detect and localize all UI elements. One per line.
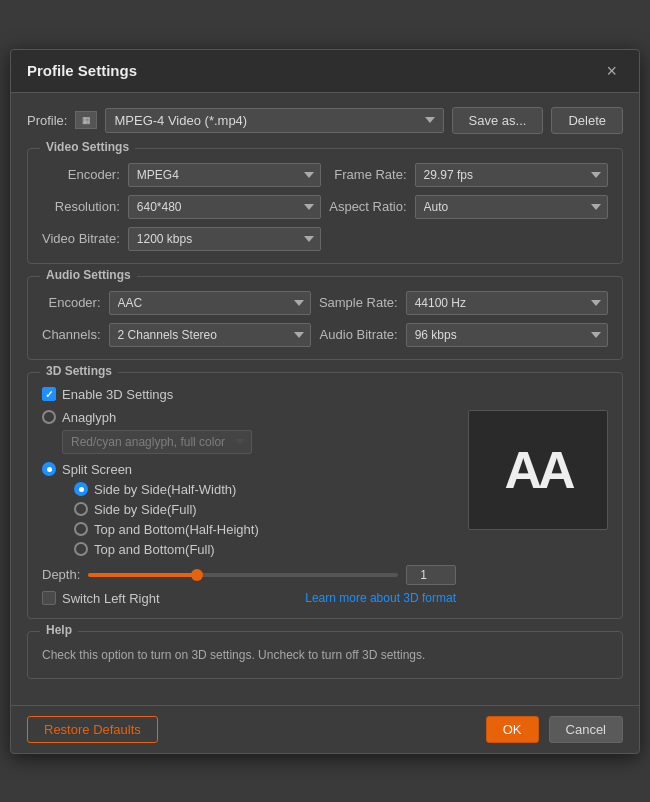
top-bottom-half-row: Top and Bottom(Half-Height) [74, 522, 456, 537]
aspect-ratio-select[interactable]: Auto [415, 195, 608, 219]
dialog-footer: Restore Defaults OK Cancel [11, 705, 639, 753]
depth-slider[interactable] [88, 573, 398, 577]
top-bottom-full-radio[interactable] [74, 542, 88, 556]
anaglyph-row: Anaglyph [42, 410, 456, 425]
help-text: Check this option to turn on 3D settings… [42, 646, 608, 664]
split-screen-row: Split Screen [42, 462, 456, 477]
profile-icon: ▦ [75, 111, 97, 129]
video-settings-title: Video Settings [40, 140, 135, 154]
video-settings-section: Video Settings Encoder: MPEG4 Frame Rate… [27, 148, 623, 264]
preview-text: AA [504, 440, 571, 500]
ok-button[interactable]: OK [486, 716, 539, 743]
top-bottom-full-label: Top and Bottom(Full) [94, 542, 215, 557]
profile-settings-dialog: Profile Settings × Profile: ▦ MPEG-4 Vid… [10, 49, 640, 754]
side-by-side-half-label: Side by Side(Half-Width) [94, 482, 236, 497]
switch-row: Switch Left Right Learn more about 3D fo… [42, 591, 456, 606]
depth-label: Depth: [42, 567, 80, 582]
3d-content: Anaglyph Red/cyan anaglyph, full color S… [42, 410, 608, 606]
side-by-side-half-radio[interactable] [74, 482, 88, 496]
3d-preview: AA [468, 410, 608, 530]
slider-thumb [191, 569, 203, 581]
switch-left-right-checkbox[interactable] [42, 591, 56, 605]
dialog-body: Profile: ▦ MPEG-4 Video (*.mp4) Save as.… [11, 93, 639, 705]
video-bitrate-select[interactable]: 1200 kbps [128, 227, 321, 251]
depth-input[interactable] [406, 565, 456, 585]
top-bottom-half-radio[interactable] [74, 522, 88, 536]
side-by-side-full-radio[interactable] [74, 502, 88, 516]
frame-rate-label: Frame Rate: [329, 167, 406, 182]
delete-button[interactable]: Delete [551, 107, 623, 134]
footer-right: OK Cancel [486, 716, 623, 743]
channels-label: Channels: [42, 327, 101, 342]
top-bottom-half-label: Top and Bottom(Half-Height) [94, 522, 259, 537]
side-by-side-full-row: Side by Side(Full) [74, 502, 456, 517]
close-button[interactable]: × [600, 60, 623, 82]
help-title: Help [40, 623, 78, 637]
3d-settings-section: 3D Settings Enable 3D Settings Anaglyph … [27, 372, 623, 619]
video-bitrate-label: Video Bitrate: [42, 231, 120, 246]
profile-row: Profile: ▦ MPEG-4 Video (*.mp4) Save as.… [27, 107, 623, 134]
3d-sub-options: Side by Side(Half-Width) Side by Side(Fu… [74, 482, 456, 557]
profile-select[interactable]: MPEG-4 Video (*.mp4) [105, 108, 443, 133]
dialog-title: Profile Settings [27, 62, 137, 79]
audio-bitrate-select[interactable]: 96 kbps [406, 323, 608, 347]
anaglyph-select: Red/cyan anaglyph, full color [62, 430, 252, 454]
encoder-label: Encoder: [42, 167, 120, 182]
audio-settings-grid: Encoder: AAC Sample Rate: 44100 Hz Chann… [42, 291, 608, 347]
split-screen-radio[interactable] [42, 462, 56, 476]
learn-more-link[interactable]: Learn more about 3D format [305, 591, 456, 605]
side-by-side-full-label: Side by Side(Full) [94, 502, 197, 517]
sample-rate-select[interactable]: 44100 Hz [406, 291, 608, 315]
3d-settings-title: 3D Settings [40, 364, 118, 378]
anaglyph-radio[interactable] [42, 410, 56, 424]
channels-select[interactable]: 2 Channels Stereo [109, 323, 311, 347]
restore-defaults-button[interactable]: Restore Defaults [27, 716, 158, 743]
enable-3d-label: Enable 3D Settings [62, 387, 173, 402]
aspect-ratio-label: Aspect Ratio: [329, 199, 406, 214]
split-screen-label: Split Screen [62, 462, 132, 477]
slider-fill [88, 573, 196, 577]
side-by-side-half-row: Side by Side(Half-Width) [74, 482, 456, 497]
depth-row: Depth: [42, 565, 456, 585]
video-settings-grid: Encoder: MPEG4 Frame Rate: 29.97 fps Res… [42, 163, 608, 251]
top-bottom-full-row: Top and Bottom(Full) [74, 542, 456, 557]
audio-encoder-select[interactable]: AAC [109, 291, 311, 315]
switch-left-right-label: Switch Left Right [62, 591, 160, 606]
audio-settings-section: Audio Settings Encoder: AAC Sample Rate:… [27, 276, 623, 360]
help-section: Help Check this option to turn on 3D set… [27, 631, 623, 679]
audio-bitrate-label: Audio Bitrate: [319, 327, 398, 342]
frame-rate-select[interactable]: 29.97 fps [415, 163, 608, 187]
resolution-label: Resolution: [42, 199, 120, 214]
resolution-select[interactable]: 640*480 [128, 195, 321, 219]
profile-label: Profile: [27, 113, 67, 128]
enable-3d-row: Enable 3D Settings [42, 387, 608, 402]
dialog-header: Profile Settings × [11, 50, 639, 93]
encoder-select[interactable]: MPEG4 [128, 163, 321, 187]
audio-settings-title: Audio Settings [40, 268, 137, 282]
sample-rate-label: Sample Rate: [319, 295, 398, 310]
enable-3d-checkbox[interactable] [42, 387, 56, 401]
anaglyph-label: Anaglyph [62, 410, 116, 425]
3d-left-panel: Anaglyph Red/cyan anaglyph, full color S… [42, 410, 456, 606]
save-as-button[interactable]: Save as... [452, 107, 544, 134]
cancel-button[interactable]: Cancel [549, 716, 623, 743]
audio-encoder-label: Encoder: [42, 295, 101, 310]
